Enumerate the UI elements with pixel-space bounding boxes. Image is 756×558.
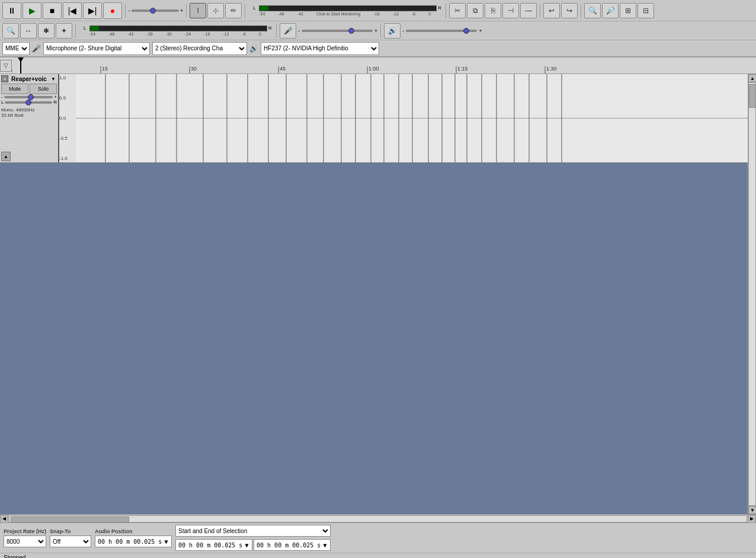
speaker-button[interactable]: 🔊 xyxy=(384,23,401,39)
track-close-button[interactable]: × xyxy=(1,75,8,82)
zoom-tools-group: 🔍 🔎 ⊞ ⊟ xyxy=(584,3,654,18)
output-device-select[interactable]: HF237 (2- NVIDIA High Definitio xyxy=(261,42,379,55)
track-sample-rate: Mono, 48000Hz xyxy=(1,107,57,113)
zoom-in-button[interactable]: 🔍 xyxy=(584,3,601,18)
pause-button[interactable]: ⏸ xyxy=(2,2,21,19)
scroll-down-button[interactable]: ▼ xyxy=(748,506,756,514)
mic-device-icon: 🎤 xyxy=(32,44,41,53)
selection-tool-button[interactable]: I xyxy=(190,3,206,18)
project-rate-select[interactable]: 8000 xyxy=(4,535,46,547)
scroll-right-button[interactable]: ▶ xyxy=(748,515,756,523)
gain-slider[interactable] xyxy=(4,96,53,98)
zoom-out-button[interactable]: 🔎 xyxy=(602,3,619,18)
track-name: Reaper+voic xyxy=(8,76,50,82)
chevron-down-icon: ▼ xyxy=(51,76,56,82)
speaker-vol-slider[interactable] xyxy=(406,30,477,32)
volume-slider[interactable] xyxy=(132,9,179,12)
track-menu-button[interactable]: ▼ xyxy=(50,75,57,82)
stop-button[interactable]: ■ xyxy=(43,2,62,19)
ruler-arrow[interactable]: ▽ xyxy=(0,60,12,72)
copy-button[interactable]: ⧉ xyxy=(467,3,483,18)
silence-button[interactable]: — xyxy=(520,3,537,18)
skip-start-button[interactable]: |◀ xyxy=(63,2,82,19)
vol-max-label: + xyxy=(180,8,183,14)
vertical-scroll-track[interactable] xyxy=(748,82,756,506)
close-icon: × xyxy=(4,76,7,82)
gain-min-label: - xyxy=(1,94,3,100)
selection-mode-select[interactable]: Start and End of Selection xyxy=(175,525,331,537)
solo-button[interactable]: Solo xyxy=(30,84,57,94)
vu-r-label: R xyxy=(438,5,443,11)
svg-text:1:15: 1:15 xyxy=(457,66,468,72)
zoom-fit-sel-button[interactable]: ⊞ xyxy=(620,3,636,18)
mute-button[interactable]: Mute xyxy=(1,84,28,94)
horizontal-scroll-thumb[interactable] xyxy=(11,517,129,522)
separator-8 xyxy=(276,24,277,38)
track-controls: Mute Solo xyxy=(1,84,57,94)
pencil-tool-button[interactable]: ✏ xyxy=(225,3,242,18)
speaker-vol-group: 🔊 - + xyxy=(384,23,482,39)
fit-h-button[interactable]: ↔ xyxy=(20,23,37,39)
edit-tools-group: I ⊹ ✏ xyxy=(190,3,242,18)
horizontal-scroll-track[interactable] xyxy=(9,515,747,522)
gain-max-label: + xyxy=(54,94,57,100)
host-select[interactable]: MME xyxy=(2,42,30,55)
play-button[interactable]: ▶ xyxy=(23,2,41,19)
scroll-left-button[interactable]: ◀ xyxy=(0,515,8,523)
record-button[interactable]: ● xyxy=(103,2,122,19)
mic-gain-min: - xyxy=(298,28,300,34)
pan-right-label: R xyxy=(53,100,57,105)
paste-button[interactable]: ⎘ xyxy=(485,3,501,18)
skip-end-button[interactable]: ▶| xyxy=(83,2,102,19)
separator-3 xyxy=(245,4,245,18)
project-rate-label: Project Rate (Hz) xyxy=(4,528,46,534)
speaker-vol-min: - xyxy=(402,28,404,34)
stop-icon: ■ xyxy=(50,6,55,15)
svg-text:30: 30 xyxy=(191,66,197,72)
audio-position-value: 00 h 00 m 00.025 s xyxy=(98,538,162,545)
svg-text:45: 45 xyxy=(280,66,286,72)
audio-position-dropdown-icon: ▼ xyxy=(164,538,168,545)
selection-end-display[interactable]: 00 h 00 m 00.025 s ▼ xyxy=(254,539,331,551)
undo-redo-group: ↩ ↪ xyxy=(543,3,578,18)
timeline-ruler: ▽ 15 30 45 1:00 1:15 1:30 xyxy=(0,57,756,74)
collapse-icon: ▲ xyxy=(4,154,8,159)
envelope-tool-button[interactable]: ⊹ xyxy=(207,3,224,18)
svg-text:1:00: 1:00 xyxy=(369,66,379,72)
undo-button[interactable]: ↩ xyxy=(543,3,560,18)
vertical-scroll-thumb[interactable] xyxy=(749,84,756,108)
selection-start-display[interactable]: 00 h 00 m 00.025 s ▼ xyxy=(175,539,252,551)
horizontal-scrollbar[interactable]: ◀ ▶ xyxy=(0,514,756,522)
snap-to-group: Snap-To Off xyxy=(50,528,91,547)
zoom-fit-button[interactable]: ⊟ xyxy=(638,3,654,18)
mic-monitor-button[interactable]: 🎤 xyxy=(280,23,296,39)
pan-slider[interactable] xyxy=(5,101,52,104)
vu-l-bar xyxy=(259,5,437,11)
tracks-container: × Reaper+voic ▼ Mute Solo - xyxy=(0,74,756,514)
chevron-left-icon: ◀ xyxy=(2,516,6,521)
vu2-r-label: R xyxy=(268,25,273,31)
multi-tool-button[interactable]: ✦ xyxy=(56,23,72,39)
selection-start-dropdown-icon: ▼ xyxy=(245,542,248,549)
y-axis-labels: 1.0 0.5 0.0 -0.5 -1.0 xyxy=(59,74,76,162)
track-list: × Reaper+voic ▼ Mute Solo - xyxy=(0,74,748,514)
trim-button[interactable]: ⊣ xyxy=(502,3,519,18)
collapse-track-button[interactable]: ▲ xyxy=(1,152,11,161)
zoom-tool-button[interactable]: 🔍 xyxy=(2,23,19,39)
snap-to-select[interactable]: Off xyxy=(50,535,91,547)
chevron-right-icon: ▶ xyxy=(750,516,754,521)
cut-button[interactable]: ✂ xyxy=(449,3,466,18)
redo-button[interactable]: ↪ xyxy=(561,3,578,18)
audio-position-display[interactable]: 00 h 00 m 00.025 s ▼ xyxy=(95,535,172,547)
mic-gain-slider[interactable] xyxy=(302,30,373,32)
fit-v-button[interactable]: ✱ xyxy=(38,23,55,39)
scroll-up-button[interactable]: ▲ xyxy=(748,74,756,82)
speaker-vol-thumb xyxy=(463,28,469,34)
selection-tool-icon: I xyxy=(197,7,199,15)
ruler-track[interactable]: 15 30 45 1:00 1:15 1:30 xyxy=(12,57,756,73)
waveform-area[interactable]: 1.0 0.5 0.0 -0.5 -1.0 xyxy=(59,74,748,162)
vertical-scrollbar[interactable]: ▲ ▼ xyxy=(748,74,756,514)
input-device-select[interactable]: Microphone (2- Shure Digital xyxy=(43,42,150,55)
channels-select[interactable]: 2 (Stereo) Recording Cha xyxy=(152,42,247,55)
selection-start-value: 00 h 00 m 00.025 s xyxy=(178,542,242,549)
